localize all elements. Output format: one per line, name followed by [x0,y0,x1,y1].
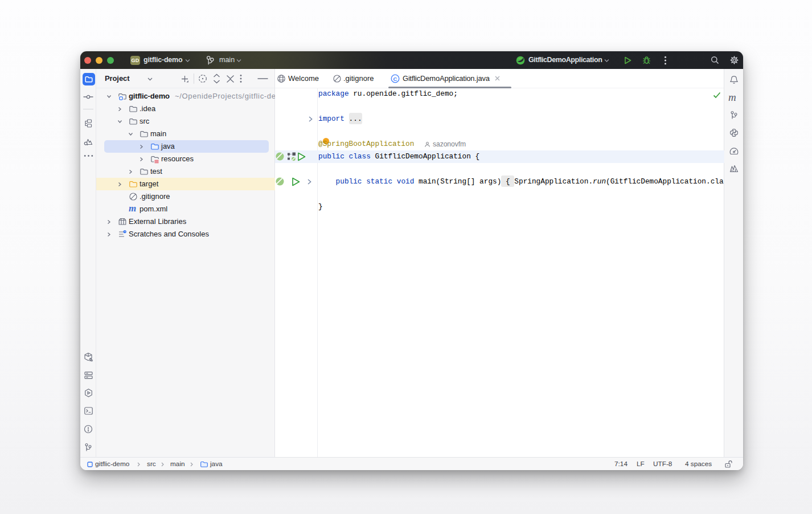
svg-text:C: C [393,76,397,82]
